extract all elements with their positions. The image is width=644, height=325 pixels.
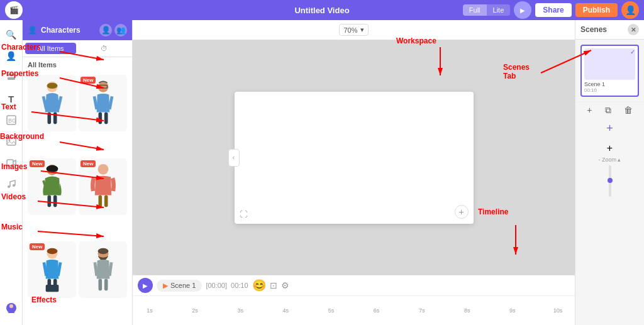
panel-user-icon[interactable]: 👤 (99, 24, 112, 36)
svg-rect-1 (8, 77, 15, 80)
scene-label: Scene 1 (170, 282, 196, 289)
svg-point-10 (9, 304, 13, 308)
new-badge-3: New (30, 160, 45, 167)
panel-group-icon[interactable]: 👥 (114, 24, 127, 36)
sidebar: 🔍 👤 T BG (0, 20, 23, 325)
ruler-8s: 8s (458, 307, 477, 314)
panel-header-icon: 👤 (28, 26, 37, 35)
user-avatar[interactable]: 👤 (621, 1, 639, 19)
scene-actions: + ⧉ 🗑 (575, 102, 644, 118)
timeline: ▶ ▶ Scene 1 [00:00] 00:10 😊 ⊡ ⚙ 1s 2s 3s (133, 275, 575, 325)
all-items-label: All Items (23, 57, 132, 72)
character-grid: New New (23, 72, 132, 325)
svg-rect-6 (7, 160, 13, 166)
fit-canvas-icon[interactable]: ⛶ (240, 210, 247, 219)
time-display: [00:00] 00:10 (206, 282, 248, 289)
svg-rect-30 (45, 285, 58, 292)
app-title: Untitled Video (294, 6, 349, 15)
svg-rect-0 (8, 74, 15, 76)
time-end: 00:10 (231, 282, 248, 289)
svg-rect-21 (53, 196, 57, 207)
settings-icon[interactable]: ⚙ (281, 280, 289, 290)
sidebar-text[interactable]: T (2, 89, 21, 108)
scene-copy-icon[interactable]: ⧉ (605, 105, 611, 116)
svg-rect-4 (7, 138, 16, 145)
sidebar-images[interactable] (2, 132, 21, 151)
ruler-7s: 7s (413, 307, 431, 314)
svg-point-34 (97, 248, 108, 254)
svg-rect-33 (104, 278, 108, 290)
lite-toggle[interactable]: Lite (487, 4, 511, 16)
svg-rect-17 (98, 112, 102, 124)
main-layout: 🔍 👤 T BG 👤 Characters 👤 👥 (0, 20, 644, 325)
right-panel-wrapper: Scenes ✕ ✓ Scene 1 00:10 + ⧉ 🗑 + + - Zoo… (575, 20, 644, 325)
scene-play-icon: ▶ (163, 282, 168, 290)
character-item-4[interactable]: New (79, 158, 127, 215)
svg-rect-13 (53, 112, 57, 124)
character-item-6[interactable] (79, 241, 127, 298)
ruler-10s: 10s (548, 307, 567, 314)
ruler-marks: 1s 2s 3s 4s 5s 6s 7s 8s 9s 10s (138, 307, 570, 314)
add-scene-button[interactable]: + (575, 118, 644, 139)
scenes-header-label: Scenes (580, 25, 607, 34)
workspace: 70% ▾ ‹ + ⛶ ▶ ▶ Scene 1 [00:00] (133, 20, 575, 325)
ruler-4s: 4s (276, 307, 295, 314)
sidebar-properties[interactable] (2, 68, 21, 87)
new-badge-4: New (80, 160, 96, 167)
share-button[interactable]: Share (535, 3, 571, 17)
scene-delete-icon[interactable]: 🗑 (624, 105, 633, 116)
full-toggle[interactable]: Full (463, 4, 487, 16)
top-bar: 🎬 Untitled Video Full Lite ▶ Share Publi… (0, 0, 644, 20)
add-element-button[interactable]: + (455, 205, 469, 219)
svg-rect-32 (98, 278, 102, 290)
char-timeline-icon: 😊 (252, 278, 266, 292)
tab-recent[interactable]: ⏱ (79, 43, 130, 54)
publish-button[interactable]: Publish (575, 3, 618, 17)
svg-point-23 (97, 164, 108, 175)
character-item-2[interactable]: New (79, 75, 127, 131)
panel-header: 👤 Characters 👤 👥 (23, 20, 132, 40)
zoom-in-button[interactable]: + (607, 143, 613, 154)
app-logo: 🎬 (5, 1, 23, 19)
scenes-header: Scenes ✕ (575, 20, 644, 40)
timeline-ruler: 1s 2s 3s 4s 5s 6s 7s 8s 9s 10s (133, 296, 575, 325)
zoom-slider[interactable] (609, 165, 611, 197)
sidebar-background[interactable]: BG (2, 111, 21, 129)
zoom-value: 70% (343, 26, 357, 34)
ruler-2s: 2s (186, 307, 204, 314)
character-item-5[interactable]: New (28, 241, 76, 298)
zoom-label: - Zoom ▴ (598, 157, 621, 163)
canvas-background (235, 92, 474, 224)
scene-add-icon[interactable]: + (587, 105, 592, 116)
sidebar-effects[interactable] (2, 299, 21, 317)
character-item-3[interactable]: New (28, 158, 76, 215)
scenes-close-button[interactable]: ✕ (628, 24, 639, 35)
character-item-1[interactable] (28, 75, 76, 131)
scene-label-1: Scene 1 (584, 81, 635, 87)
zoom-selector[interactable]: 70% ▾ (339, 24, 368, 36)
tab-all-items[interactable]: All Items (25, 43, 76, 54)
zoom-arrow-icon: ▾ (360, 26, 364, 34)
svg-rect-12 (47, 112, 51, 124)
ruler-5s: 5s (321, 307, 340, 314)
sidebar-search[interactable]: 🔍 (2, 25, 21, 44)
zoom-handle[interactable] (608, 178, 613, 183)
scene-pill: ▶ Scene 1 (157, 280, 202, 292)
preview-play-button[interactable]: ▶ (514, 1, 531, 19)
svg-point-29 (47, 248, 57, 254)
sidebar-music[interactable] (2, 175, 21, 194)
svg-rect-20 (47, 196, 51, 207)
svg-point-14 (47, 82, 57, 88)
sidebar-videos[interactable] (2, 153, 21, 172)
top-controls: Full Lite ▶ Share Publish 👤 (463, 1, 639, 19)
timeline-controls: ▶ ▶ Scene 1 [00:00] 00:10 😊 ⊡ ⚙ (133, 275, 575, 296)
svg-point-8 (13, 184, 15, 187)
expand-canvas-button[interactable]: ‹ (228, 149, 240, 167)
scene-icon[interactable]: ⊡ (270, 280, 277, 290)
zoom-controls: + - Zoom ▴ (575, 139, 644, 325)
sidebar-characters[interactable]: 👤 (2, 47, 21, 65)
ruler-9s: 9s (503, 307, 522, 314)
timeline-play-button[interactable]: ▶ (138, 278, 153, 293)
scene-thumbnail-1[interactable]: ✓ Scene 1 00:10 (580, 45, 639, 97)
canvas-area: ‹ + ⛶ (133, 40, 575, 275)
